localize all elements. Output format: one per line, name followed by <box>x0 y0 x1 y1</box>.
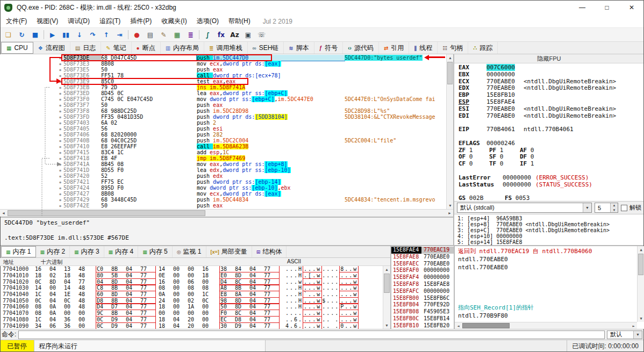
stack-row[interactable]: 15E8FB0C15E8FB14 <box>391 315 454 322</box>
disasm-row[interactable]: ●5D8F742052push edx <box>0 173 446 179</box>
command-profile-select[interactable]: 默认 ▼ <box>607 331 642 339</box>
menu-item-trace[interactable]: 追踪(T) <box>95 15 125 27</box>
breakpoint-dot-icon[interactable]: ● <box>52 167 63 173</box>
scrollbar-thumb[interactable] <box>8 210 205 216</box>
unlock-checkbox[interactable]: 解锁 <box>621 204 641 212</box>
breakpoints-button[interactable]: ● <box>130 28 144 41</box>
breakpoint-dot-icon[interactable]: ● <box>52 84 63 90</box>
flag-CF[interactable]: CF 0 <box>459 161 489 168</box>
segment-FS[interactable]: FS 0053 <box>505 195 551 201</box>
handles-button[interactable]: ☏ <box>255 28 268 41</box>
disasm-row[interactable]: ●5D8F7421FF75 ECpush dword ptr ss:[ebp-1… <box>0 179 446 185</box>
cpu-chip-button[interactable]: ▣ <box>241 28 255 41</box>
stack-row[interactable]: 15E8FAF815E8FAE8 <box>391 281 454 288</box>
tab-log[interactable]: ▤日志 <box>70 42 101 54</box>
scroll-left-icon[interactable]: ◄ <box>0 210 7 217</box>
argument-row[interactable]: 1: [esp+4] 96A59BB3 <box>457 215 644 221</box>
tab-memory-map[interactable]: ▥内存布局 <box>161 42 204 54</box>
stack-info-horizontal-scrollbar[interactable]: ◄ ► <box>455 322 637 329</box>
breakpoint-dot-icon[interactable]: ● <box>52 108 63 114</box>
dump-row[interactable]: 7704103014001448C88B047708000808A88B0477… <box>0 285 383 291</box>
functions-button[interactable]: fx <box>214 28 228 41</box>
dump-row[interactable]: 770410801C0436000CD9047718042000ECD80477… <box>0 317 383 323</box>
scroll-up-icon[interactable]: ▲ <box>447 54 453 61</box>
register-row-EFLAGS[interactable]: EFLAGS00000246 <box>459 140 644 147</box>
breakpoint-dot-icon[interactable]: ● <box>52 203 63 209</box>
dump-row[interactable]: 77041060080A0048D4D7047718001A00508D0477… <box>0 304 383 310</box>
tab-dump-1[interactable]: ▦内存 1 <box>1 246 36 257</box>
tab-seh-chain[interactable]: ∞SEH链 <box>248 42 284 54</box>
tab-graph[interactable]: ❖流程图 <box>33 42 70 54</box>
breakpoint-dot-icon[interactable]: ● <box>52 126 63 132</box>
tab-dump-4[interactable]: ▦内存 4 <box>104 246 139 257</box>
stack-row[interactable]: 15E8FAF000000000 <box>391 267 454 274</box>
spin-up-icon[interactable]: ▲ <box>613 204 616 207</box>
breakpoint-dot-icon[interactable]: ● <box>52 67 63 73</box>
dump-row[interactable]: 77041090340636000CD904771804200030D90477… <box>0 322 383 329</box>
scrollbar-thumb[interactable] <box>384 274 390 293</box>
disasm-row[interactable]: ●5D8F740556push esi <box>0 126 446 132</box>
close-button[interactable]: ✕ <box>619 0 644 15</box>
scrollbar-thumb[interactable] <box>462 323 510 328</box>
breakpoint-dot-icon[interactable]: ● <box>52 179 63 185</box>
stack-row[interactable]: 15E8FAEC770EABE0 <box>391 261 454 268</box>
disasm-row[interactable]: ●5D8F740668 82020000push 282 <box>0 132 446 138</box>
scroll-right-icon[interactable]: ► <box>446 210 453 217</box>
step-over-button[interactable]: ↷ <box>86 28 99 41</box>
tab-struct[interactable]: ⊞结构体 <box>252 246 287 257</box>
tab-locals[interactable]: [x=]局部变量 <box>206 246 252 257</box>
register-row-EDI[interactable]: EDI770EABE0<ntdll.DbgUiRemoteBreakin> <box>459 113 644 120</box>
checkbox-icon[interactable] <box>621 205 627 211</box>
scroll-down-icon[interactable]: ▼ <box>383 322 390 329</box>
dump-row[interactable]: 77041070080A00009C8B047700000000F08C0477… <box>0 310 383 317</box>
step-into-button[interactable]: ↓ <box>73 28 86 41</box>
breakpoint-dot-icon[interactable]: ● <box>52 149 63 155</box>
pause-button[interactable]: ▮▮ <box>59 28 73 41</box>
scroll-up-icon[interactable]: ▲ <box>383 266 390 273</box>
stack-row[interactable]: 15E8FAE8770EABE0 <box>391 254 454 261</box>
argument-row[interactable]: 3: [esp+C] 770EABE0 <ntdll.DbgUiRemoteBr… <box>457 227 644 233</box>
breakpoint-dot-icon[interactable]: ● <box>52 96 63 102</box>
spin-down-icon[interactable]: ▼ <box>613 209 616 212</box>
disassembly-view[interactable]: ●5D8F73DE68 D047C45Dpush im.5DC447D05DC4… <box>0 54 453 217</box>
hide-fpu-button[interactable]: 隐藏FPU <box>454 54 644 63</box>
open-file-button[interactable]: ❏ <box>2 28 15 41</box>
tab-dump-3[interactable]: ▦内存 3 <box>70 246 104 257</box>
tab-breakpoints[interactable]: ●断点 <box>132 42 161 54</box>
breakpoint-dot-icon[interactable]: ● <box>52 73 63 78</box>
tab-cpu[interactable]: ▦CPU <box>1 42 33 54</box>
argument-row[interactable]: 5: [esp+14] 15E8FAE8 <box>457 239 644 245</box>
menu-item-options[interactable]: 选项(O) <box>192 15 224 27</box>
register-row-LastError[interactable]: LastError00000000(ERROR_SUCCESS) <box>459 175 644 182</box>
dump-row[interactable]: 7704101018021848805B04770E000018E08D0477… <box>0 272 383 279</box>
notes-button[interactable]: ✎ <box>157 28 170 41</box>
stepper-arrows[interactable]: ▲▼ <box>610 203 618 212</box>
disasm-row[interactable]: ●5D8F7410E8 26EEFAFFcall im.5D8A623B <box>0 143 446 149</box>
breakpoint-dot-icon[interactable]: ● <box>52 155 63 161</box>
disasm-row[interactable]: ●5D8F74036A 02push 2 <box>0 120 446 126</box>
tab-call-stack[interactable]: ≣调用堆栈 <box>204 42 247 54</box>
register-row-EIP[interactable]: EIP770B4061ntdll.770B4061 <box>459 126 644 133</box>
maximize-button[interactable]: □ <box>595 0 619 15</box>
chevron-down-icon[interactable]: ▼ <box>633 331 642 339</box>
dump-vertical-scrollbar[interactable]: ▲ ▼ <box>383 266 390 329</box>
breakpoint-dot-icon[interactable]: ● <box>52 114 63 120</box>
breakpoint-dot-icon[interactable]: ● <box>52 78 63 84</box>
breakpoint-dot-icon[interactable]: ● <box>52 90 63 96</box>
breakpoint-dot-icon[interactable]: ● <box>52 161 63 167</box>
call-stack-button[interactable]: ≣ <box>184 28 197 41</box>
scroll-up-icon[interactable]: ▲ <box>638 246 644 253</box>
tab-handles[interactable]: ☷句柄 <box>438 42 468 54</box>
tab-script[interactable]: ≋脚本 <box>284 42 314 54</box>
tab-threads[interactable]: ∥线程 <box>409 42 438 54</box>
scroll-right-icon[interactable]: ► <box>630 322 637 329</box>
disasm-row[interactable]: ●5D8F742968 3448C45Dpush im.5DC448345DC4… <box>0 197 446 203</box>
disasm-row[interactable]: ●5D8F740B68 04C0C25Dpush im.5DC2C0045DC2… <box>0 138 446 143</box>
stack-row[interactable]: 15E8FB1015E8FB20 <box>391 322 454 329</box>
disasm-row[interactable]: ●5D8F741A8B45 08mov eax,dword ptr ss:[eb… <box>0 161 446 167</box>
minimize-button[interactable]: — <box>570 0 595 15</box>
segment-GS[interactable]: GS 002B <box>459 195 505 201</box>
argument-row[interactable]: 2: [esp+8] 770EABE0 <ntdll.DbgUiRemoteBr… <box>457 221 644 227</box>
disasm-row[interactable]: ●5D8F73FDFF35 0481D35Dpush dword ptr ds:… <box>0 114 446 120</box>
disasm-row[interactable]: ●5D8F7424895D F0mov dword ptr ss:[ebp-10… <box>0 185 446 191</box>
